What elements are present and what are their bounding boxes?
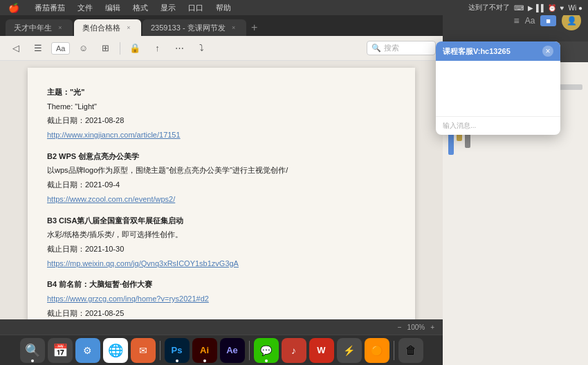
zoom-plus[interactable]: +	[430, 324, 434, 331]
menu-left: 🍎 番茄番茄 文件 编辑 格式 显示 口口 帮助	[6, 2, 234, 14]
chat-popup-input-area[interactable]: 输入消息...	[436, 116, 560, 135]
doc-line: 截止日期：2021-09-4	[47, 178, 396, 191]
doc-line: 以wps品牌logo作为原型，围绕主题"创意点亮办公美学"进行主视觉创作/	[47, 164, 396, 177]
export-button[interactable]: ⤵	[192, 39, 210, 57]
doc-line: https://www.zcool.com.cn/event/wps2/	[47, 193, 396, 206]
document-area: 主题："光"Theme: "Light"截止日期：2021-08-28http:…	[0, 61, 443, 335]
menu-right: 达到了不对了 ⌨ ▶▐▐ ⏰ ♥ Wi ●	[468, 3, 582, 12]
search-icon: 🔍	[371, 44, 381, 53]
chat-popup-close-button[interactable]: ×	[542, 46, 553, 57]
tab-1[interactable]: 天才中年生 ×	[6, 19, 73, 36]
doc-line: 截止日期：2021-10-30	[47, 243, 396, 256]
rp-header-icon2[interactable]: Aa	[525, 16, 535, 26]
chat-popup-title: 课程客服V:hc13265	[443, 46, 511, 57]
doc-line: B2 WPS 创意点亮办公美学	[47, 150, 396, 163]
tab-add-button[interactable]: +	[248, 21, 261, 35]
chat-popup-placeholder: 输入消息...	[443, 121, 476, 131]
doc-line: http://www.xingjiancn.com/article/17151	[47, 129, 396, 142]
doc-line: Theme: "Light"	[47, 100, 396, 113]
tab-3-label: 2359133 - 竞课网节发	[151, 23, 226, 33]
emoji-button[interactable]: ☺	[74, 39, 92, 57]
chat-popup: 课程客服V:hc13265 × 输入消息...	[436, 41, 560, 135]
zoom-indicator: 100%	[407, 324, 425, 331]
dock-app2[interactable]: 🟠	[365, 338, 389, 363]
menu-bar: 🍎 番茄番茄 文件 编辑 格式 显示 口口 帮助 达到了不对了 ⌨ ▶▐▐ ⏰ …	[0, 0, 588, 15]
dock-wps[interactable]: W	[309, 338, 334, 363]
table-button[interactable]: ⊞	[96, 39, 114, 57]
menu-right-status: 达到了不对了	[468, 3, 510, 12]
toolbar: ◁ ☰ Aa ☺ ⊞ 🔒 ↑ ⋯ ⤵ 🔍 搜索	[0, 36, 443, 61]
search-box[interactable]: 🔍 搜索	[367, 41, 436, 55]
doc-line: 截止日期：2021-08-28	[47, 114, 396, 127]
dock-finder[interactable]: 🔍	[20, 338, 45, 363]
dock-wechat[interactable]: 💬	[254, 338, 279, 363]
menu-right-icon4: ♥	[560, 4, 564, 12]
dock-app1[interactable]: ⚡	[337, 338, 362, 363]
tab-3-close[interactable]: ×	[230, 24, 238, 32]
nav-sidebar-button[interactable]: ☰	[29, 39, 47, 57]
menu-right-icon2: ▶▐▐	[528, 4, 543, 12]
dock-system[interactable]: ⚙	[75, 338, 100, 363]
rp-header-icon1[interactable]: ≡	[513, 15, 519, 26]
dock-separator-2	[249, 341, 250, 360]
doc-line: https://mp.weixin.qq.com/jq/Qvnq3xRsICOY…	[47, 257, 396, 270]
doc-line: B3 CISA第八届全国童音双年展征集启动	[47, 214, 396, 227]
more-button[interactable]: ⋯	[170, 39, 188, 57]
menu-right-icon3: ⏰	[548, 4, 556, 12]
apple-menu[interactable]: 🍎	[6, 2, 22, 14]
dock-separator-3	[394, 341, 394, 360]
toolbar-separator	[120, 42, 120, 55]
dock-illustrator[interactable]: Ai	[192, 338, 217, 363]
menu-item-app[interactable]: 番茄番茄	[32, 2, 68, 14]
tab-1-close[interactable]: ×	[56, 24, 64, 32]
dock-chrome[interactable]: 🌐	[103, 338, 128, 363]
doc-line: 截止日期：2021-08-25	[47, 307, 396, 320]
lock-button[interactable]: 🔒	[126, 39, 144, 57]
tab-1-label: 天才中年生	[14, 23, 52, 33]
menu-item-file[interactable]: 文件	[75, 2, 95, 14]
menu-item-format[interactable]: 格式	[130, 2, 151, 14]
tab-2-close[interactable]: ×	[125, 24, 133, 32]
doc-line: 水彩/纸格类/插乐类/，即可选择性创作。	[47, 228, 396, 241]
document-page: 主题："光"Theme: "Light"截止日期：2021-08-28http:…	[28, 68, 415, 335]
dock-calendar[interactable]: 📅	[48, 338, 73, 363]
chat-popup-body	[436, 61, 560, 116]
tab-bar: 天才中年生 × 奥伯合格格 × 2359133 - 竞课网节发 × +	[0, 15, 443, 36]
status-right: − 100% +	[398, 324, 434, 331]
dock-photoshop[interactable]: Ps	[165, 338, 190, 363]
menu-right-icon5: Wi ●	[569, 4, 582, 12]
dock-netease[interactable]: ♪	[282, 338, 306, 363]
share-button[interactable]: ↑	[148, 39, 166, 57]
dock-ae[interactable]: Ae	[220, 338, 245, 363]
tab-2-label: 奥伯合格格	[82, 23, 120, 33]
dock: 🔍 📅 ⚙ 🌐 ✉ Ps Ai Ae 💬 ♪ W ⚡ 🟠 🗑	[0, 335, 443, 365]
nav-back-button[interactable]: ◁	[7, 39, 25, 57]
tab-3[interactable]: 2359133 - 竞课网节发 ×	[143, 19, 246, 36]
chat-popup-header: 课程客服V:hc13265 ×	[436, 41, 560, 61]
dock-trash[interactable]: 🗑	[398, 338, 423, 363]
rp-header-icon3[interactable]: ■	[540, 15, 556, 26]
menu-right-icon1: ⌨	[514, 4, 524, 12]
search-placeholder: 搜索	[384, 43, 399, 53]
menu-item-help[interactable]: 帮助	[213, 2, 234, 14]
menu-item-edit[interactable]: 编辑	[102, 2, 123, 14]
dock-mail[interactable]: ✉	[131, 338, 156, 363]
menu-item-insert[interactable]: 口口	[185, 2, 206, 14]
font-aa-button[interactable]: Aa	[51, 42, 70, 55]
doc-line: 主题："光"	[47, 86, 396, 99]
zoom-minus[interactable]: −	[398, 324, 402, 331]
doc-line: https://www.grzcg.com/inq/home?v=rys2021…	[47, 292, 396, 306]
status-bar: − 100% +	[0, 319, 443, 335]
dock-separator	[160, 341, 160, 360]
tab-2[interactable]: 奥伯合格格 ×	[74, 19, 141, 36]
doc-line: B4 前名前：大脑短暂·创作大赛	[47, 278, 396, 291]
menu-item-view[interactable]: 显示	[158, 2, 178, 14]
